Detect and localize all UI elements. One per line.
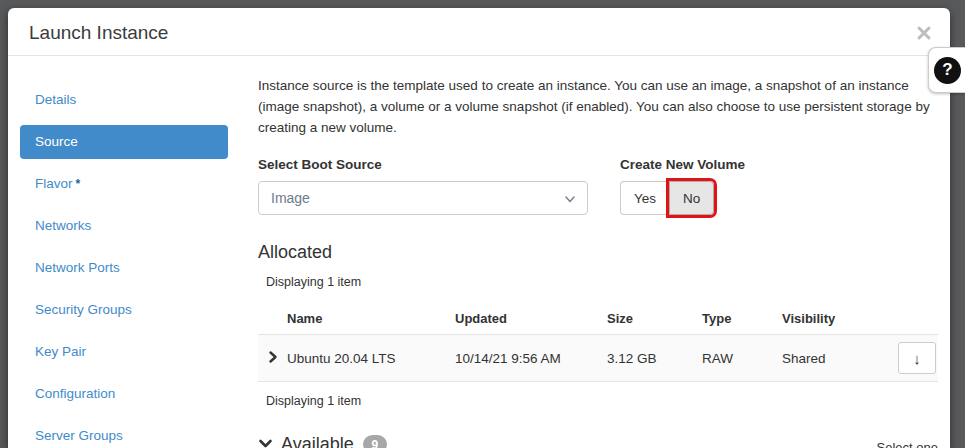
chevron-down-icon [258, 436, 273, 448]
create-volume-toggle: Yes No [620, 181, 745, 215]
row-type: RAW [702, 351, 782, 366]
select-one-hint: Select one [877, 440, 938, 448]
create-volume-label: Create New Volume [620, 157, 745, 172]
close-button[interactable] [916, 24, 934, 42]
modal-body: Details Source Flavor* Networks Network … [8, 56, 950, 448]
create-volume-yes-button[interactable]: Yes [620, 181, 669, 215]
sidebar-item-networks[interactable]: Networks [20, 209, 228, 243]
help-button[interactable]: ? [928, 47, 965, 93]
source-step-content: Instance source is the template used to … [258, 56, 950, 448]
table-row: Ubuntu 20.04 LTS 10/14/21 9:56 AM 3.12 G… [258, 334, 938, 382]
boot-source-select[interactable]: Image [258, 181, 588, 215]
column-header-visibility: Visibility [782, 311, 878, 326]
sidebar-item-source[interactable]: Source [20, 125, 228, 159]
row-name: Ubuntu 20.04 LTS [287, 351, 455, 366]
arrow-down-icon: ↓ [913, 350, 921, 367]
boot-source-selected-value: Image [271, 190, 310, 206]
sidebar-item-server-groups[interactable]: Server Groups [20, 419, 228, 448]
boot-source-label: Select Boot Source [258, 157, 588, 172]
sidebar-item-details[interactable]: Details [20, 83, 228, 117]
sidebar-item-security-groups[interactable]: Security Groups [20, 293, 228, 327]
allocated-heading: Allocated [258, 242, 938, 263]
chevron-right-icon [267, 350, 279, 367]
source-description: Instance source is the template used to … [258, 75, 938, 138]
row-visibility: Shared [782, 351, 878, 366]
create-volume-no-button[interactable]: No [669, 181, 714, 215]
modal-title: Launch Instance [29, 22, 930, 44]
column-header-name: Name [287, 311, 455, 326]
column-header-size: Size [607, 311, 702, 326]
sidebar-item-configuration[interactable]: Configuration [20, 377, 228, 411]
column-header-updated: Updated [455, 311, 607, 326]
sidebar-item-flavor[interactable]: Flavor* [20, 167, 228, 201]
wizard-sidebar: Details Source Flavor* Networks Network … [8, 56, 258, 448]
sidebar-item-label: Flavor [35, 176, 73, 191]
create-volume-field: Create New Volume Yes No [620, 157, 745, 215]
row-size: 3.12 GB [607, 351, 702, 366]
allocated-footer-text: Displaying 1 item [258, 394, 938, 408]
boot-source-form-row: Select Boot Source Image Create New Volu… [258, 157, 938, 215]
allocated-count-text: Displaying 1 item [258, 275, 938, 289]
question-mark-icon: ? [934, 57, 961, 84]
row-updated: 10/14/21 9:56 AM [455, 351, 607, 366]
deallocate-button[interactable]: ↓ [898, 342, 936, 374]
modal-header: Launch Instance [8, 8, 950, 56]
required-asterisk: * [76, 177, 81, 191]
column-header-type: Type [702, 311, 782, 326]
available-collapse-toggle[interactable]: Available [258, 434, 354, 448]
allocated-table: Name Updated Size Type Visibility [258, 302, 938, 382]
chevron-down-icon [563, 192, 577, 210]
boot-source-field: Select Boot Source Image [258, 157, 588, 215]
row-action-cell: ↓ [878, 342, 938, 374]
launch-instance-modal: Launch Instance Details Source Flavor* N… [8, 8, 950, 448]
sidebar-item-key-pair[interactable]: Key Pair [20, 335, 228, 369]
available-heading: Available [281, 434, 354, 448]
row-expander[interactable] [258, 350, 287, 367]
available-section-header: Available 9 Select one [258, 434, 938, 448]
allocated-table-header: Name Updated Size Type Visibility [258, 302, 938, 334]
close-icon [916, 25, 934, 41]
available-count-badge: 9 [363, 435, 387, 448]
sidebar-item-network-ports[interactable]: Network Ports [20, 251, 228, 285]
